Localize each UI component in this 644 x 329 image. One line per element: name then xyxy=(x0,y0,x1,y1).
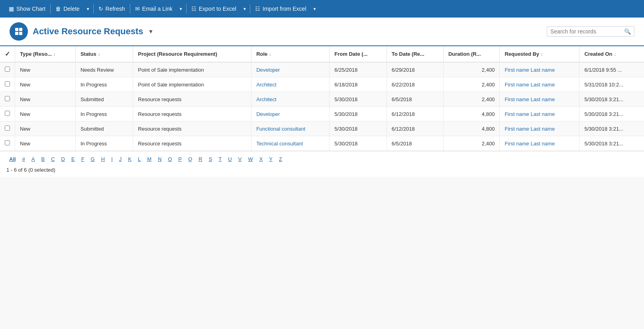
alpha-btn-l[interactable]: L xyxy=(135,155,143,164)
cell-requested-by[interactable]: First name Last name xyxy=(500,107,579,121)
cell-from-date: 5/30/2018 xyxy=(330,121,387,136)
search-input[interactable] xyxy=(550,28,622,35)
cell-requested-by[interactable]: First name Last name xyxy=(500,136,579,151)
row-checkbox[interactable] xyxy=(0,121,15,136)
alpha-btn-i[interactable]: I xyxy=(108,155,116,164)
row-checkbox[interactable] xyxy=(0,77,15,92)
svg-rect-1 xyxy=(19,28,22,31)
alpha-btn-f[interactable]: F xyxy=(79,155,87,164)
col-duration[interactable]: Duration (R... xyxy=(443,46,499,62)
alpha-btn-q[interactable]: Q xyxy=(185,155,195,164)
cell-duration: 2,400 xyxy=(443,136,499,151)
alpha-btn-a[interactable]: A xyxy=(29,155,38,164)
header-left: Active Resource Requests ▼ xyxy=(10,22,153,41)
cell-requested-by[interactable]: First name Last name xyxy=(500,92,579,107)
table-row[interactable]: New Submitted Resource requests Function… xyxy=(0,121,644,136)
app-icon xyxy=(10,22,28,41)
cell-created-on: 5/30/2018 3:21... xyxy=(579,121,644,136)
alpha-btn-r[interactable]: R xyxy=(196,155,205,164)
title-dropdown-icon[interactable]: ▼ xyxy=(148,28,154,35)
cell-role[interactable]: Architect xyxy=(251,92,330,107)
cell-requested-by[interactable]: First name Last name xyxy=(500,62,579,77)
page-title: Active Resource Requests xyxy=(33,26,143,37)
alpha-btn-u[interactable]: U xyxy=(225,155,234,164)
table-header-row: ✓ Type (Reso... ↕ Status ↕ Proj xyxy=(0,46,644,62)
cell-created-on: 5/30/2018 3:21... xyxy=(579,136,644,151)
row-checkbox[interactable] xyxy=(0,107,15,121)
alpha-btn-x[interactable]: X xyxy=(257,155,266,164)
alpha-btn-k[interactable]: K xyxy=(125,155,134,164)
col-role[interactable]: Role ↕ xyxy=(251,46,330,62)
cell-created-on: 5/30/2018 3:21... xyxy=(579,92,644,107)
cell-role[interactable]: Technical consultant xyxy=(251,136,330,151)
col-type[interactable]: Type (Reso... ↕ xyxy=(15,46,76,62)
alpha-btn-v[interactable]: V xyxy=(236,155,245,164)
alpha-btn-o[interactable]: O xyxy=(165,155,175,164)
cell-from-date: 5/30/2018 xyxy=(330,136,387,151)
cell-status: Needs Review xyxy=(75,62,133,77)
table-row[interactable]: New Needs Review Point of Sale implement… xyxy=(0,62,644,77)
search-box[interactable]: 🔍 xyxy=(547,26,634,37)
alpha-btn-b[interactable]: B xyxy=(39,155,48,164)
alpha-btn-all[interactable]: All xyxy=(6,155,19,164)
col-to-date[interactable]: To Date (Re... xyxy=(387,46,443,62)
alpha-btn-p[interactable]: P xyxy=(176,155,185,164)
table-row[interactable]: New Submitted Resource requests Architec… xyxy=(0,92,644,107)
alpha-btn-e[interactable]: E xyxy=(69,155,78,164)
cell-duration: 4,800 xyxy=(443,121,499,136)
delete-dropdown-button[interactable]: ▼ xyxy=(84,0,92,18)
import-excel-button[interactable]: ☷ Import from Excel xyxy=(251,0,310,18)
export-excel-button[interactable]: ☷ Export to Excel xyxy=(187,0,240,18)
cell-project: Point of Sale implementation xyxy=(133,62,251,77)
alpha-btn-#[interactable]: # xyxy=(20,155,28,164)
show-chart-button[interactable]: ▦ Show Chart xyxy=(5,0,49,18)
refresh-button[interactable]: ↻ Refresh xyxy=(94,0,129,18)
col-project[interactable]: Project (Resource Requirement) xyxy=(133,46,251,62)
toolbar-divider-4 xyxy=(186,4,187,14)
row-checkbox[interactable] xyxy=(0,136,15,151)
email-dropdown-button[interactable]: ▼ xyxy=(177,0,185,18)
alpha-btn-d[interactable]: D xyxy=(59,155,68,164)
col-from-date[interactable]: From Date (... xyxy=(330,46,387,62)
alpha-btn-y[interactable]: Y xyxy=(266,155,275,164)
col-created-on[interactable]: Created On ↓ xyxy=(579,46,644,62)
email-link-button[interactable]: ✉ Email a Link xyxy=(131,0,177,18)
alpha-btn-t[interactable]: T xyxy=(216,155,224,164)
checkmark-icon: ✓ xyxy=(5,51,10,57)
col-status[interactable]: Status ↕ xyxy=(75,46,133,62)
alpha-btn-j[interactable]: J xyxy=(116,155,125,164)
alpha-btn-w[interactable]: W xyxy=(245,155,255,164)
cell-role[interactable]: Architect xyxy=(251,77,330,92)
cell-role[interactable]: Developer xyxy=(251,62,330,77)
table-row[interactable]: New In Progress Resource requests Develo… xyxy=(0,107,644,121)
cell-created-on: 6/1/2018 9:55 ... xyxy=(579,62,644,77)
sort-icon-created-on: ↓ xyxy=(614,52,616,57)
cell-requested-by[interactable]: First name Last name xyxy=(500,77,579,92)
alpha-btn-m[interactable]: M xyxy=(144,155,154,164)
cell-to-date: 6/22/2018 xyxy=(387,77,443,92)
row-checkbox[interactable] xyxy=(0,92,15,107)
svg-rect-3 xyxy=(19,32,22,35)
cell-role[interactable]: Functional consultant xyxy=(251,121,330,136)
cell-type: New xyxy=(15,77,76,92)
cell-status: In Progress xyxy=(75,77,133,92)
record-count: 1 - 6 of 6 (0 selected) xyxy=(6,166,638,174)
alpha-btn-s[interactable]: S xyxy=(206,155,215,164)
cell-role[interactable]: Developer xyxy=(251,107,330,121)
import-dropdown-button[interactable]: ▼ xyxy=(310,0,319,18)
alpha-btn-z[interactable]: Z xyxy=(276,155,285,164)
col-requested-by[interactable]: Requested By ↕ xyxy=(500,46,579,62)
row-checkbox[interactable] xyxy=(0,62,15,77)
table-row[interactable]: New In Progress Point of Sale implementa… xyxy=(0,77,644,92)
toolbar-divider-3 xyxy=(130,4,130,14)
cell-requested-by[interactable]: First name Last name xyxy=(500,121,579,136)
alpha-btn-c[interactable]: C xyxy=(48,155,57,164)
alpha-btn-g[interactable]: G xyxy=(88,155,98,164)
sort-icon-requested-by: ↕ xyxy=(541,52,543,57)
export-dropdown-button[interactable]: ▼ xyxy=(240,0,249,18)
table-row[interactable]: New In Progress Resource requests Techni… xyxy=(0,136,644,151)
select-all-header[interactable]: ✓ xyxy=(0,46,15,62)
alpha-btn-n[interactable]: N xyxy=(155,155,164,164)
alpha-btn-h[interactable]: H xyxy=(98,155,108,164)
delete-button[interactable]: 🗑 Delete xyxy=(51,0,83,18)
